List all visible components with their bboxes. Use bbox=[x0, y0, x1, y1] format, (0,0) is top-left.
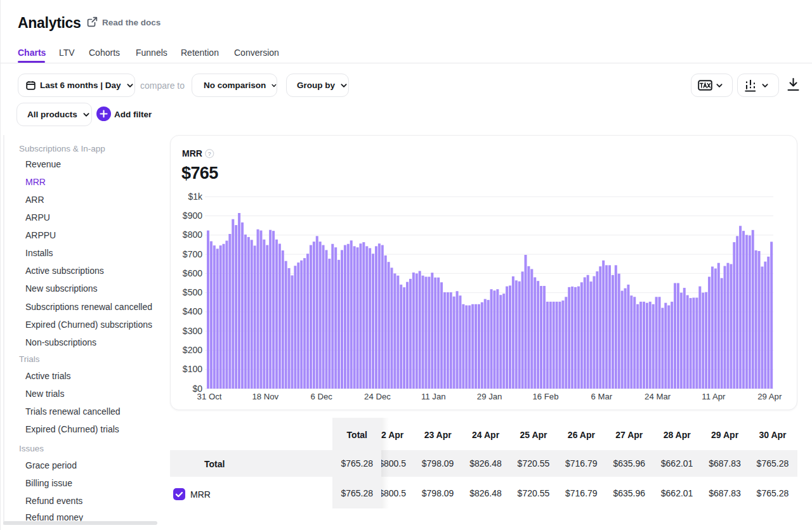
svg-text:6 Mar: 6 Mar bbox=[591, 392, 612, 401]
svg-text:$200: $200 bbox=[183, 345, 202, 355]
svg-text:24 Mar: 24 Mar bbox=[645, 392, 671, 401]
svg-text:11 Apr: 11 Apr bbox=[702, 392, 726, 401]
svg-text:29 Jan: 29 Jan bbox=[477, 392, 502, 401]
svg-text:$700: $700 bbox=[183, 249, 202, 259]
svg-text:$400: $400 bbox=[183, 306, 202, 316]
svg-text:$1k: $1k bbox=[188, 191, 203, 202]
svg-text:16 Feb: 16 Feb bbox=[532, 392, 558, 401]
svg-text:$800: $800 bbox=[183, 229, 202, 240]
svg-text:29 Apr: 29 Apr bbox=[757, 392, 782, 401]
svg-text:$300: $300 bbox=[183, 326, 202, 336]
svg-text:18 Nov: 18 Nov bbox=[252, 392, 278, 401]
svg-text:$500: $500 bbox=[183, 287, 202, 297]
svg-text:11 Jan: 11 Jan bbox=[421, 392, 446, 401]
svg-text:24 Dec: 24 Dec bbox=[364, 392, 391, 401]
svg-text:$900: $900 bbox=[183, 210, 202, 221]
svg-text:$600: $600 bbox=[183, 268, 202, 278]
svg-text:6 Dec: 6 Dec bbox=[310, 392, 332, 401]
svg-text:$100: $100 bbox=[183, 364, 202, 374]
svg-text:31 Oct: 31 Oct bbox=[197, 392, 222, 401]
